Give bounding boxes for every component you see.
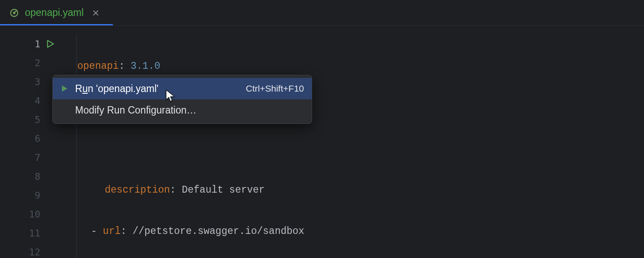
line-number: 4	[35, 95, 40, 106]
gutter-line-number[interactable]: 4	[0, 91, 60, 110]
line-number: 9	[35, 190, 40, 201]
line-number: 2	[35, 58, 40, 68]
code-line	[60, 139, 573, 158]
gutter-line-number[interactable]: 1	[0, 34, 60, 53]
code-line: - url: //petstore.swagger.io/sandbox	[60, 222, 573, 241]
menu-item-shortcut: Ctrl+Shift+F10	[236, 83, 304, 94]
run-icon	[46, 40, 55, 48]
editor-gutter: 1 2 3 4 5 6 7 8 9 10 11 12	[0, 26, 60, 258]
line-number: 6	[35, 133, 40, 144]
gutter-line-number[interactable]: 11	[0, 224, 60, 243]
svg-line-2	[14, 10, 17, 12]
line-number: 5	[35, 114, 40, 125]
line-number: 3	[35, 77, 40, 87]
line-number: 1	[35, 39, 40, 49]
gutter-line-number[interactable]: 10	[0, 205, 60, 224]
line-number: 7	[35, 152, 40, 163]
editor-tabbar: openapi.yaml	[0, 0, 644, 26]
gutter-line-number[interactable]: 2	[0, 53, 60, 72]
gutter-run-button[interactable]	[46, 39, 55, 49]
gutter-line-number[interactable]: 5	[0, 110, 60, 129]
code-content[interactable]: openapi: 3.1.0 description: Default serv…	[60, 26, 573, 258]
gutter-line-number[interactable]: 9	[0, 186, 60, 205]
menu-item-modify-run-config[interactable]: Modify Run Configuration…	[53, 99, 312, 121]
gutter-context-menu: Run 'openapi.yaml' Ctrl+Shift+F10 Modify…	[52, 75, 312, 124]
line-number: 10	[29, 209, 41, 220]
run-icon	[60, 84, 69, 93]
menu-item-label: Run 'openapi.yaml'	[75, 83, 230, 95]
gutter-line-number[interactable]: 3	[0, 72, 60, 91]
code-line: openapi: 3.1.0	[60, 57, 573, 76]
menu-item-run-file[interactable]: Run 'openapi.yaml' Ctrl+Shift+F10	[53, 78, 312, 99]
tab-label: openapi.yaml	[25, 7, 84, 18]
svg-marker-6	[62, 86, 67, 92]
line-number: 8	[35, 171, 40, 182]
close-tab-button[interactable]	[90, 7, 102, 19]
code-editor[interactable]: 1 2 3 4 5 6 7 8 9 10 11 12 openapi: 3.1.…	[0, 26, 644, 258]
line-number: 12	[29, 247, 41, 258]
menu-item-label: Modify Run Configuration…	[75, 104, 304, 116]
gutter-line-number[interactable]: 6	[0, 129, 60, 148]
file-tab-openapi-yaml[interactable]: openapi.yaml	[0, 0, 113, 25]
code-line: description: Default server	[60, 181, 573, 200]
gutter-line-number[interactable]: 7	[0, 148, 60, 167]
line-number: 11	[29, 228, 41, 239]
openapi-file-icon	[9, 8, 19, 18]
gutter-line-number[interactable]: 8	[0, 167, 60, 186]
close-icon	[92, 9, 99, 16]
gutter-line-number[interactable]: 12	[0, 243, 60, 258]
svg-marker-5	[48, 40, 54, 47]
